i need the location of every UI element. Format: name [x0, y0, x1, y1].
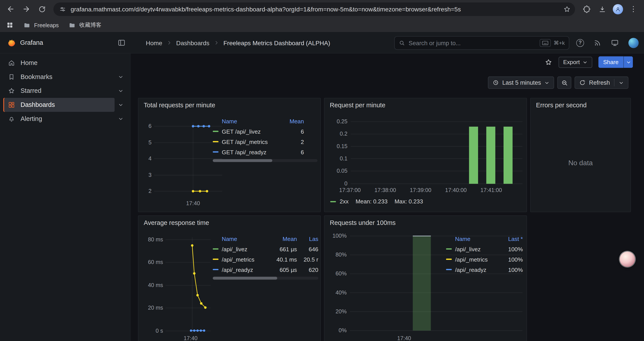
brand-text[interactable]: Grafana [20, 32, 43, 53]
series-name[interactable]: /api/_livez [222, 246, 268, 252]
download-button[interactable] [595, 2, 609, 16]
refresh-button[interactable]: Refresh [575, 77, 628, 89]
series-name[interactable]: GET /api/_metrics [222, 138, 282, 145]
legend-scrollbar [213, 277, 318, 279]
legend-header-last[interactable]: Las [300, 236, 318, 242]
bookmark-star-icon[interactable] [563, 5, 571, 13]
search-box[interactable]: ⌘+k [394, 36, 569, 50]
sidebar-item-starred[interactable]: Starred [3, 84, 115, 98]
total-requests-chart[interactable]: 6 5 4 3 2 17:40 [142, 115, 224, 209]
breadcrumb-home[interactable]: Home [146, 39, 162, 46]
zoom-out-button[interactable] [558, 77, 572, 89]
series-last: 100% [502, 246, 523, 252]
avg-response-chart[interactable]: 80 ms 60 ms 40 ms 20 ms 0 s 17:40 [142, 232, 212, 341]
expand-chevron-icon[interactable] [115, 112, 127, 126]
grafana-logo[interactable] [6, 38, 16, 48]
bookmark-folder-blogs[interactable]: 收藏博客 [68, 21, 102, 29]
panel-errors-per-second: Errors per second No data [530, 98, 631, 212]
favorite-star-icon[interactable] [545, 58, 552, 66]
sidebar-item-dashboards[interactable]: Dashboards [3, 98, 115, 112]
news-rss-icon[interactable] [594, 39, 602, 47]
breadcrumb-current: Freeleaps Metrics Dashboard (ALPHA) [223, 39, 330, 46]
legend-header: Name Mean Las [213, 234, 318, 244]
chevron-down-icon[interactable] [618, 80, 624, 85]
legend-header: Name Mean [213, 116, 318, 126]
legend-row: GET /api/_livez 6 [213, 126, 318, 137]
export-button[interactable]: Export [559, 57, 592, 68]
user-avatar[interactable] [628, 38, 639, 48]
zoom-out-icon [561, 79, 568, 86]
forward-button[interactable] [19, 2, 34, 16]
apps-grid-icon[interactable] [6, 21, 14, 29]
series-name[interactable]: GET /api/_livez [222, 128, 282, 135]
series-color-yellow [213, 141, 218, 142]
help-icon[interactable]: ? [576, 39, 584, 47]
panel-title[interactable]: Requests under 100ms [330, 219, 396, 227]
legend-header-name[interactable]: Name [222, 236, 268, 242]
y-tick: 0.25 [328, 119, 348, 125]
sidebar-item-bookmarks[interactable]: Bookmarks [3, 70, 115, 84]
panel-total-requests: Total requests per minute 6 5 [138, 98, 321, 212]
chevron-right-icon [167, 40, 172, 45]
series-name[interactable]: 2xx [340, 198, 349, 205]
series-name[interactable]: /api/_readyz [455, 266, 498, 273]
sidebar-item-alerting[interactable]: Alerting [3, 112, 115, 126]
scrollbar-thumb[interactable] [213, 277, 277, 279]
panel-title[interactable]: Errors per second [536, 102, 586, 109]
bookmark-label: 收藏博客 [79, 21, 102, 29]
url-bar[interactable]: grafana.mathmast.com/d/deytv4rwavabkb/fr… [54, 2, 575, 16]
panel-title[interactable]: Total requests per minute [144, 102, 215, 109]
legend-header-name[interactable]: Name [222, 118, 282, 125]
series-mean: 661 µs [271, 246, 297, 252]
browser-profile-button[interactable] [610, 2, 625, 16]
y-tick: 40 ms [142, 282, 163, 288]
search-input[interactable] [408, 40, 540, 46]
legend-scrollbar [213, 159, 318, 162]
series-name[interactable]: /api/_metrics [455, 256, 498, 262]
legend-header-mean[interactable]: Mean [271, 236, 297, 242]
sidebar-item-home[interactable]: Home [3, 56, 127, 70]
reload-button[interactable] [34, 2, 49, 16]
bookmark-folder-freeleaps[interactable]: Freeleaps [24, 22, 59, 29]
y-tick: 40% [328, 289, 346, 295]
chevron-down-icon [582, 60, 588, 65]
puzzle-icon [582, 5, 590, 13]
request-per-minute-chart[interactable]: 0.25 0.2 0.15 0.1 0.05 0 17:37:00 17:38:… [328, 112, 524, 195]
site-info-icon[interactable] [59, 6, 66, 13]
breadcrumb-dashboards[interactable]: Dashboards [176, 39, 210, 46]
legend-row: /api/_livez 661 µs 646 [213, 244, 318, 254]
extensions-button[interactable] [579, 2, 594, 16]
series-mean: 40.1 ms [271, 256, 297, 262]
legend-header-name[interactable]: Name [455, 236, 498, 242]
series-name[interactable]: GET /api/_readyz [222, 149, 282, 155]
legend-row: /api/_livez 100% [446, 244, 523, 254]
bookmark-icon [8, 73, 15, 81]
floating-assistant-avatar[interactable] [620, 252, 635, 267]
time-range-picker[interactable]: Last 5 minutes [488, 77, 554, 89]
legend-header-last[interactable]: Last * [502, 236, 523, 242]
panel-title[interactable]: Average response time [144, 219, 209, 227]
legend-table: Name Last * /api/_livez 100% /api/_metri… [446, 234, 523, 274]
scrollbar-thumb[interactable] [213, 159, 272, 162]
back-button[interactable] [3, 2, 18, 16]
series-color-green [213, 248, 218, 250]
series-name[interactable]: /api/_metrics [222, 256, 268, 262]
dashboard-canvas: Export Share Last 5 minutes [131, 54, 644, 341]
legend-header-mean[interactable]: Mean [286, 118, 304, 125]
series-name[interactable]: /api/_readyz [222, 266, 268, 273]
share-menu-button[interactable] [624, 56, 633, 68]
series-mean: 6 [286, 128, 304, 135]
y-tick: 100% [328, 233, 346, 239]
monitor-icon[interactable] [611, 39, 619, 47]
panel-title[interactable]: Request per minute [330, 102, 385, 109]
expand-chevron-icon[interactable] [115, 84, 127, 98]
expand-chevron-icon[interactable] [115, 98, 127, 112]
series-name[interactable]: /api/_livez [455, 246, 498, 252]
browser-menu-button[interactable]: ⋮ [626, 2, 641, 16]
series-last: 20.5 r [300, 256, 318, 262]
expand-chevron-icon[interactable] [115, 70, 127, 84]
share-button[interactable]: Share [598, 56, 624, 68]
panel-avg-response-time: Average response time 80 ms 60 [138, 215, 321, 341]
legend-row: /api/_metrics 40.1 ms 20.5 r [213, 254, 318, 264]
sidebar-toggle-icon[interactable] [118, 39, 126, 47]
